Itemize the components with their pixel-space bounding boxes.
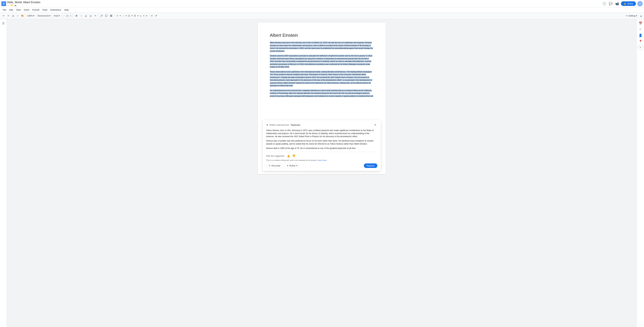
refine-button[interactable]: ✦ Refine ▾: [284, 163, 300, 168]
learn-more-link[interactable]: Learn more: [317, 159, 327, 161]
menu-format[interactable]: Format: [31, 8, 40, 12]
ai-suggestion-p1: Yahoo Serious, born in Ulm, Germany in 1…: [266, 129, 377, 138]
style-select[interactable]: Normal text ▾: [37, 14, 51, 18]
clear-format-button[interactable]: ✗: [154, 14, 158, 18]
indent-increase-button[interactable]: ⇥: [149, 14, 154, 18]
font-size-value: 11: [65, 14, 70, 17]
image-button[interactable]: 🖼: [109, 14, 113, 18]
comment-icon[interactable]: 💬: [608, 1, 613, 6]
highlighted-text-4: He visited America for the second time, …: [270, 90, 374, 97]
font-size-decrease[interactable]: −: [63, 14, 65, 17]
folder-icon[interactable]: 📁: [10, 4, 13, 6]
document-area[interactable]: Albert Einstein Albert Einstein was born…: [7, 19, 636, 327]
right-sidebar: 📅 ✓ 👤 📍 +: [636, 19, 644, 327]
ai-title-prefix: Refine selected text:: [270, 124, 290, 126]
print-button[interactable]: 🖨: [11, 14, 15, 18]
history-icon[interactable]: 🕐: [602, 1, 607, 6]
list-button[interactable]: ☰: [133, 14, 137, 18]
star-icon[interactable]: ☆: [7, 4, 9, 6]
recreate-label: Recreate: [272, 164, 280, 167]
add-sidebar-item-button[interactable]: +: [638, 45, 643, 50]
line-spacing-button[interactable]: ↕: [121, 14, 125, 18]
link-button[interactable]: 🔗: [100, 14, 104, 18]
spellcheck-button[interactable]: ✓: [16, 14, 20, 18]
outline-toggle-icon[interactable]: ☰: [1, 20, 6, 26]
font-dropdown-icon: ▾: [58, 14, 60, 17]
zoom-select[interactable]: 100% ▾: [26, 14, 35, 18]
replace-button[interactable]: Replace: [364, 164, 377, 168]
align-dropdown-icon[interactable]: ▾: [120, 15, 120, 17]
ai-title-action: Rephrase: [291, 124, 300, 126]
style-value: Normal text: [38, 14, 49, 17]
ai-suggestion-content: Yahoo Serious, born in Ulm, Germany in 1…: [266, 129, 377, 150]
menu-extensions[interactable]: Extensions: [49, 8, 62, 12]
share-button[interactable]: 🔒 Share: [621, 1, 636, 6]
paragraph-3: Those observations were published in the…: [270, 70, 374, 87]
font-size-increase[interactable]: +: [70, 14, 72, 17]
menu-view[interactable]: View: [15, 8, 22, 12]
underline-button[interactable]: U: [84, 14, 88, 18]
video-icon[interactable]: 📹: [614, 1, 620, 6]
avatar[interactable]: A: [637, 1, 643, 6]
zoom-value: 100%: [27, 14, 33, 17]
doc-title: Hello, World: Albert Einstein: [7, 1, 40, 4]
toolbar-separator-4: [61, 14, 62, 18]
editing-mode-area: ✏ Editing ▾ ▲: [624, 14, 643, 18]
ai-suggestion-p2: Serious was a humble man who preferred t…: [266, 139, 377, 146]
sidebar-toggle: ☰: [0, 19, 7, 327]
menu-tools[interactable]: Tools: [41, 8, 49, 12]
doc-icon-letter: D: [3, 2, 4, 5]
ai-suggestion-p3: Serious died in 1955 at the age of 76. H…: [266, 147, 377, 150]
contacts-icon[interactable]: 👤: [638, 33, 643, 38]
top-bar: D Hello, World: Albert Einstein ☆ 📁 ☁ 🕐 …: [0, 0, 644, 8]
line-spacing-dropdown-icon[interactable]: ▾: [126, 15, 126, 17]
maps-icon[interactable]: 📍: [638, 39, 643, 44]
bold-button[interactable]: B: [74, 14, 79, 18]
checklist-button[interactable]: ☑: [127, 14, 131, 18]
toolbar-separator-3: [52, 14, 52, 18]
align-button[interactable]: ≡: [115, 14, 120, 18]
tasks-icon[interactable]: ✓: [638, 26, 643, 32]
highlighted-text-1: Albert Einstein was born in the German c…: [270, 42, 373, 52]
highlighted-text-3: Those observations were published in the…: [270, 71, 372, 87]
cloud-icon[interactable]: ☁: [14, 4, 16, 6]
paragraph-1: Albert Einstein was born in the German c…: [270, 41, 374, 52]
refine-label: Refine: [289, 164, 296, 167]
menu-help[interactable]: Help: [63, 8, 70, 12]
italic-button[interactable]: I: [79, 14, 84, 18]
numlist-button[interactable]: 1.: [139, 14, 143, 18]
checklist-dropdown-icon[interactable]: ▾: [132, 15, 132, 17]
indent-decrease-button[interactable]: ⇤: [144, 14, 149, 18]
ai-actions: ↻ Recreate ✦ Refine ▾ Replace: [266, 163, 377, 168]
toolbar-collapse-button[interactable]: ▲: [639, 14, 643, 18]
menu-bar: File Edit View Insert Format Tools Exten…: [0, 8, 644, 12]
calendar-icon[interactable]: 📅: [638, 20, 643, 26]
text-color-button[interactable]: A: [88, 14, 93, 18]
menu-edit[interactable]: Edit: [8, 8, 14, 12]
list-dropdown-icon[interactable]: ▾: [138, 15, 138, 17]
menu-file[interactable]: File: [1, 8, 8, 12]
numlist-dropdown-icon[interactable]: ▾: [143, 15, 144, 17]
ai-disclaimer: This is a creative writing aid, and is n…: [266, 159, 377, 161]
ai-close-button[interactable]: ✕: [373, 123, 377, 127]
toolbar-separator-5: [73, 14, 74, 18]
thumbs-down-button[interactable]: 👎: [292, 154, 296, 158]
font-value: Arial: [54, 14, 58, 17]
paint-format-button[interactable]: 🎨: [20, 14, 24, 18]
editing-dropdown-icon: ▾: [636, 14, 637, 17]
editing-mode-button[interactable]: ✏ Editing ▾: [624, 14, 638, 18]
redo-button[interactable]: ↪: [6, 14, 10, 18]
undo-button[interactable]: ↩: [1, 14, 6, 18]
ai-rating-row: Rate this suggestion: 👍 👎: [266, 154, 377, 158]
ai-panel-title: ✦ Refine selected text: Rephrase: [266, 123, 300, 126]
thumbs-up-button[interactable]: 👍: [286, 154, 290, 158]
hamburger-icon: ☰: [2, 22, 4, 25]
recreate-button[interactable]: ↻ Recreate: [266, 163, 283, 168]
comment-insert-button[interactable]: 💬: [104, 14, 108, 18]
highlight-button[interactable]: ✏: [93, 14, 98, 18]
menu-insert[interactable]: Insert: [22, 8, 31, 12]
main-layout: ☰ Albert Einstein Albert Einstein was bo…: [0, 19, 644, 327]
toolbar: ↩ ↪ 🖨 ✓ 🎨 100% ▾ Normal text ▾ Arial ▾ −…: [0, 12, 644, 19]
style-dropdown-icon: ▾: [49, 14, 50, 17]
font-select[interactable]: Arial ▾: [53, 14, 60, 18]
